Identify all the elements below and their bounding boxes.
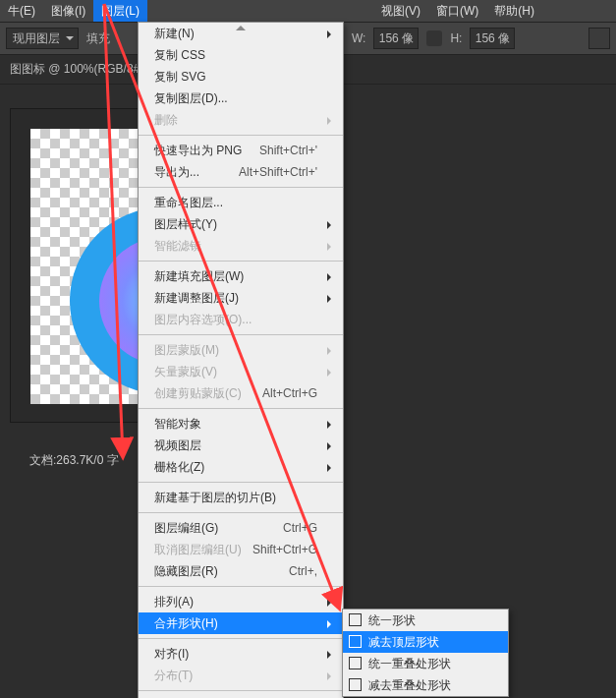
height-input[interactable]: 156 像	[470, 28, 515, 49]
submenu-item[interactable]: 统一重叠处形状	[343, 653, 508, 674]
menu-item: 图层蒙版(M)	[139, 339, 343, 361]
width-input[interactable]: 156 像	[373, 28, 419, 49]
status-bar: 文档:263.7K/0 字	[29, 452, 119, 469]
menu-item[interactable]: 新建调整图层(J)	[139, 287, 343, 309]
menu-file[interactable]: 牛(E)	[0, 0, 43, 22]
width-label: W:	[352, 31, 365, 45]
menu-item[interactable]: 新建填充图层(W)	[139, 265, 343, 287]
menu-item: 取消图层编组(U)Shift+Ctrl+G	[139, 539, 343, 560]
menu-item[interactable]: 合并形状(H)	[139, 612, 343, 634]
menu-item: 矢量蒙版(V)	[139, 361, 343, 382]
menu-help[interactable]: 帮助(H)	[486, 0, 542, 22]
shape-mode-icon	[349, 657, 362, 669]
fill-label: 填充	[86, 30, 110, 47]
menubar: 牛(E) 图像(I) 图层(L) 视图(V) 窗口(W) 帮助(H)	[0, 0, 616, 22]
shape-mode-icon	[349, 678, 362, 691]
menu-item[interactable]: 新建基于图层的切片(B)	[139, 487, 343, 508]
submenu-item[interactable]: 统一形状	[343, 610, 508, 631]
menu-item[interactable]: 图层编组(G)Ctrl+G	[139, 517, 343, 539]
menu-item[interactable]: 图层样式(Y)	[139, 213, 343, 235]
menu-item[interactable]: 栅格化(Z)	[139, 456, 343, 478]
menu-item[interactable]: 对齐(I)	[139, 643, 343, 665]
menu-window[interactable]: 窗口(W)	[428, 0, 486, 22]
menu-item[interactable]: 快速导出为 PNGShift+Ctrl+'	[139, 140, 343, 161]
menu-item: 创建剪贴蒙版(C)Alt+Ctrl+G	[139, 382, 343, 404]
menu-item: 删除	[139, 109, 343, 131]
menu-item[interactable]: 智能对象	[139, 413, 343, 435]
menu-item: 图层内容选项(O)...	[139, 309, 343, 330]
menu-item[interactable]: 视频图层	[139, 435, 343, 456]
menu-item[interactable]: 复制 CSS	[139, 44, 343, 66]
submenu-item[interactable]: 减去重叠处形状	[343, 674, 508, 696]
link-icon[interactable]	[426, 30, 442, 46]
menu-item[interactable]: 导出为...Alt+Shift+Ctrl+'	[139, 161, 343, 183]
submenu-item[interactable]: 减去顶层形状	[343, 631, 508, 653]
menu-item[interactable]: 复制 SVG	[139, 66, 343, 87]
align-icon[interactable]	[588, 28, 610, 49]
menu-item[interactable]: 重命名图层...	[139, 192, 343, 213]
menu-image[interactable]: 图像(I)	[43, 0, 93, 22]
shape-mode-icon	[349, 613, 362, 626]
menu-item: 分布(T)	[139, 665, 343, 686]
menu-layer[interactable]: 图层(L)	[93, 0, 147, 22]
layer-dropdown-menu: 新建(N)复制 CSS复制 SVG复制图层(D)...删除快速导出为 PNGSh…	[138, 22, 344, 698]
active-layer-dropdown[interactable]: 现用图层	[6, 28, 79, 49]
menu-item[interactable]: 隐藏图层(R)Ctrl+,	[139, 560, 343, 582]
menu-item[interactable]: 新建(N)	[139, 23, 343, 44]
shape-mode-icon	[349, 635, 362, 648]
menu-item: 智能滤镜	[139, 235, 343, 257]
height-label: H:	[450, 31, 462, 45]
combine-shapes-submenu: 统一形状减去顶层形状统一重叠处形状减去重叠处形状	[342, 609, 509, 697]
menu-item[interactable]: 复制图层(D)...	[139, 87, 343, 109]
menu-item[interactable]: 排列(A)	[139, 591, 343, 612]
menu-view[interactable]: 视图(V)	[373, 0, 428, 22]
